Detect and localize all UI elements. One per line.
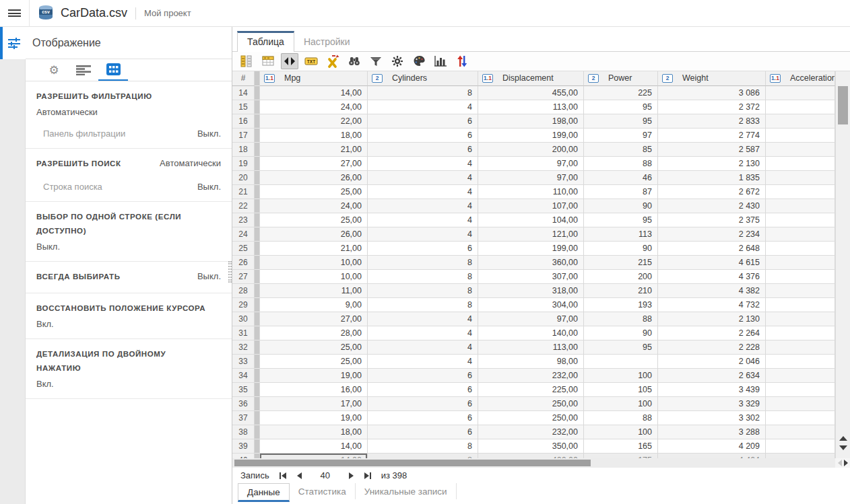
- cell[interactable]: [766, 411, 835, 425]
- cell[interactable]: 25,00: [260, 185, 368, 199]
- cell[interactable]: 27,00: [260, 157, 368, 171]
- cell[interactable]: 4: [368, 100, 478, 114]
- cell[interactable]: 225,00: [478, 383, 584, 397]
- scroll-up-arrow[interactable]: [839, 436, 847, 441]
- cell[interactable]: 6: [368, 129, 478, 143]
- tab-table[interactable]: Таблица: [237, 31, 294, 52]
- cell[interactable]: 210: [584, 284, 658, 298]
- cell[interactable]: 100: [584, 397, 658, 411]
- setting-group-restore-cursor[interactable]: ВОССТАНОВИТЬ ПОЛОЖЕНИЕ КУРСОРА Вкл.: [26, 293, 232, 339]
- cell[interactable]: 11,00: [260, 284, 368, 298]
- row-number[interactable]: 36: [232, 397, 255, 411]
- column-header-rownum[interactable]: #: [232, 71, 255, 86]
- cell[interactable]: 232,00: [478, 369, 584, 383]
- row-number[interactable]: 19: [232, 157, 255, 171]
- cell[interactable]: 4: [368, 213, 478, 227]
- row-number[interactable]: 33: [232, 355, 255, 369]
- cell[interactable]: 6: [368, 369, 478, 383]
- cell[interactable]: [766, 143, 835, 157]
- breadcrumb[interactable]: Мой проект: [144, 8, 191, 18]
- cell[interactable]: [766, 298, 835, 312]
- cell[interactable]: [766, 454, 835, 458]
- cell[interactable]: 88: [584, 312, 658, 326]
- cell[interactable]: 250,00: [478, 411, 584, 425]
- cell[interactable]: 100: [584, 369, 658, 383]
- row-number[interactable]: 24: [232, 227, 255, 242]
- cell[interactable]: 95: [584, 114, 658, 129]
- cell[interactable]: [766, 397, 835, 411]
- panel-resize-handle[interactable]: [228, 261, 232, 283]
- cell[interactable]: 21,00: [260, 242, 368, 256]
- row-number[interactable]: 40: [232, 454, 255, 458]
- row-number[interactable]: 18: [232, 143, 255, 157]
- cell[interactable]: 87: [584, 185, 658, 199]
- cell[interactable]: 113: [584, 227, 658, 242]
- cell[interactable]: 4: [368, 340, 478, 355]
- cell[interactable]: 6: [368, 242, 478, 256]
- cell[interactable]: 8: [368, 454, 478, 458]
- cell[interactable]: 2 375: [658, 213, 766, 227]
- display-panel-button[interactable]: [0, 27, 26, 59]
- cell[interactable]: [766, 425, 835, 439]
- cell[interactable]: 16,00: [260, 383, 368, 397]
- setting-group-single-row-select[interactable]: ВЫБОР ПО ОДНОЙ СТРОКЕ (ЕСЛИ ДОСТУПНО) Вы…: [26, 202, 232, 261]
- cell[interactable]: 18,00: [260, 129, 368, 143]
- main-menu-button[interactable]: [0, 0, 30, 27]
- row-number[interactable]: 34: [232, 369, 255, 383]
- cell[interactable]: 318,00: [478, 284, 584, 298]
- cell[interactable]: 97,00: [478, 171, 584, 185]
- cell[interactable]: 2 264: [658, 326, 766, 340]
- cell[interactable]: 113,00: [478, 100, 584, 114]
- cell[interactable]: [766, 100, 835, 114]
- cell[interactable]: 97: [584, 129, 658, 143]
- cell[interactable]: 3 439: [658, 383, 766, 397]
- cell[interactable]: 25,00: [260, 355, 368, 369]
- cell[interactable]: 232,00: [478, 425, 584, 439]
- export-button[interactable]: [324, 53, 341, 69]
- cell[interactable]: 4 209: [658, 439, 766, 454]
- cell[interactable]: [766, 114, 835, 129]
- table-style-button[interactable]: [259, 53, 277, 69]
- cell[interactable]: 90: [584, 326, 658, 340]
- row-number[interactable]: 29: [232, 298, 255, 312]
- scroll-left-arrow[interactable]: [838, 460, 842, 466]
- cell[interactable]: 9,00: [260, 298, 368, 312]
- tab-general-settings[interactable]: ⚙: [39, 59, 69, 81]
- cell[interactable]: 4: [368, 199, 478, 213]
- cell[interactable]: 95: [584, 340, 658, 355]
- cell[interactable]: 8: [368, 270, 478, 284]
- cell[interactable]: 110,00: [478, 185, 584, 199]
- column-header-weight[interactable]: 2Weight: [658, 71, 766, 86]
- setting-group-filtering[interactable]: РАЗРЕШИТЬ ФИЛЬТРАЦИЮ Автоматически Панел…: [26, 81, 232, 149]
- cell[interactable]: [766, 326, 835, 340]
- cell[interactable]: 21,00: [260, 143, 368, 157]
- cell[interactable]: 2 046: [658, 355, 766, 369]
- cell[interactable]: 25,00: [260, 213, 368, 227]
- row-number[interactable]: 14: [232, 86, 255, 100]
- filter-button[interactable]: [367, 53, 385, 69]
- cell[interactable]: 215: [584, 256, 658, 270]
- cell[interactable]: 198,00: [478, 114, 584, 129]
- cell[interactable]: 25,00: [260, 340, 368, 355]
- sort-button[interactable]: [453, 53, 471, 69]
- setting-group-search[interactable]: РАЗРЕШИТЬ ПОИСК Автоматически Строка пои…: [26, 149, 232, 203]
- cell[interactable]: 4: [368, 157, 478, 171]
- column-header-mpg[interactable]: 1.1Mpg: [260, 71, 368, 86]
- tab-statistics[interactable]: Статистика: [290, 483, 356, 499]
- cell[interactable]: 24,00: [260, 100, 368, 114]
- cell[interactable]: 88: [584, 157, 658, 171]
- row-number[interactable]: 32: [232, 340, 255, 355]
- row-number[interactable]: 37: [232, 411, 255, 425]
- cell[interactable]: 27,00: [260, 312, 368, 326]
- cell[interactable]: 2 130: [658, 312, 766, 326]
- cell[interactable]: 8: [368, 256, 478, 270]
- cell[interactable]: 4: [368, 312, 478, 326]
- cell[interactable]: 4: [368, 227, 478, 242]
- next-record-button[interactable]: [348, 472, 354, 480]
- row-number[interactable]: 30: [232, 312, 255, 326]
- cell[interactable]: 90: [584, 242, 658, 256]
- cell[interactable]: 22,00: [260, 114, 368, 129]
- cell[interactable]: [766, 369, 835, 383]
- column-settings-button[interactable]: [238, 53, 255, 69]
- cell[interactable]: 85: [584, 143, 658, 157]
